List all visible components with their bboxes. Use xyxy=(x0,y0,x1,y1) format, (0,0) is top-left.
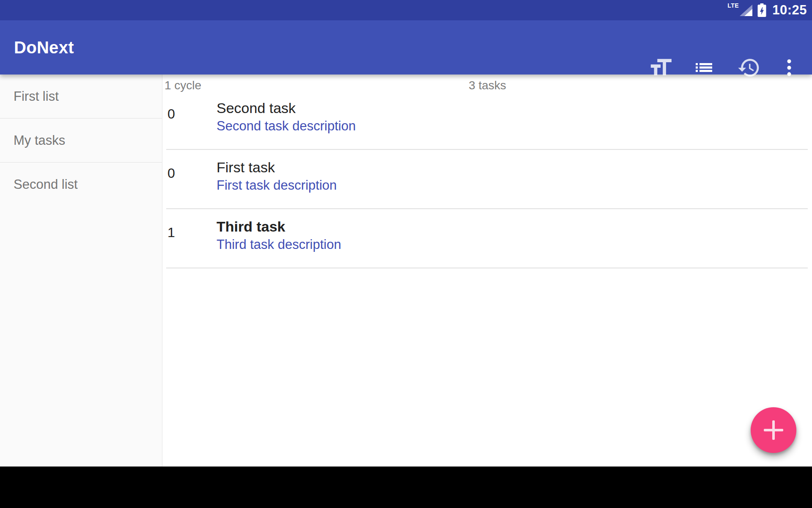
task-text: First task First task description xyxy=(217,157,337,194)
list-view-button[interactable] xyxy=(696,63,712,72)
task-description: Second task description xyxy=(217,118,356,135)
task-title: Third task xyxy=(217,217,341,236)
app-bar: DoNext xyxy=(0,20,812,75)
android-nav-bar xyxy=(0,467,812,508)
sidebar-item-first-list[interactable]: First list xyxy=(0,75,162,118)
content-area: First list My tasks Second list 1 cycle … xyxy=(0,75,812,467)
task-row[interactable]: 0 Second task Second task description xyxy=(163,91,812,150)
clock: 10:25 xyxy=(772,3,807,18)
battery-charging-icon xyxy=(757,3,766,17)
overflow-menu-button[interactable] xyxy=(778,57,800,79)
task-text: Second task Second task description xyxy=(217,98,356,135)
task-cycle-count: 1 xyxy=(167,225,175,240)
status-icons: LTE 10:25 xyxy=(727,0,812,20)
format-list-bulleted-icon xyxy=(696,63,712,72)
row-divider xyxy=(166,268,808,268)
sidebar-item-second-list[interactable]: Second list xyxy=(0,163,162,206)
history-icon xyxy=(737,56,761,80)
task-title: First task xyxy=(217,157,337,177)
task-list-panel: 1 cycle 3 tasks 0 Second task Second tas… xyxy=(163,75,812,467)
lte-label: LTE xyxy=(727,2,739,9)
task-description: Third task description xyxy=(217,236,341,253)
task-cycle-count: 0 xyxy=(167,166,175,180)
task-description: First task description xyxy=(217,177,337,194)
task-title: Second task xyxy=(217,98,356,118)
status-bar: LTE 10:25 xyxy=(0,0,812,20)
format-size-button[interactable] xyxy=(647,55,674,81)
task-row[interactable]: 1 Third task Third task description xyxy=(163,209,812,268)
plus-icon xyxy=(764,420,783,440)
task-row[interactable]: 0 First task First task description xyxy=(163,150,812,209)
task-cycle-count: 0 xyxy=(167,107,175,121)
add-task-fab[interactable] xyxy=(751,407,796,453)
sidebar-item-my-tasks[interactable]: My tasks xyxy=(0,119,162,162)
lists-sidebar: First list My tasks Second list xyxy=(0,75,162,467)
format-size-icon xyxy=(647,55,674,81)
task-text: Third task Third task description xyxy=(217,217,341,253)
signal-strength-icon xyxy=(740,5,752,16)
app-title: DoNext xyxy=(14,38,74,57)
task-list-header: 1 cycle 3 tasks xyxy=(163,75,812,91)
donext-app-screen: LTE 10:25 DoNext xyxy=(0,0,812,508)
sidebar-item-label: My tasks xyxy=(14,133,65,148)
history-button[interactable] xyxy=(737,56,761,80)
more-options-icon xyxy=(778,57,800,79)
sidebar-item-label: First list xyxy=(14,89,59,104)
sidebar-item-label: Second list xyxy=(14,177,78,192)
